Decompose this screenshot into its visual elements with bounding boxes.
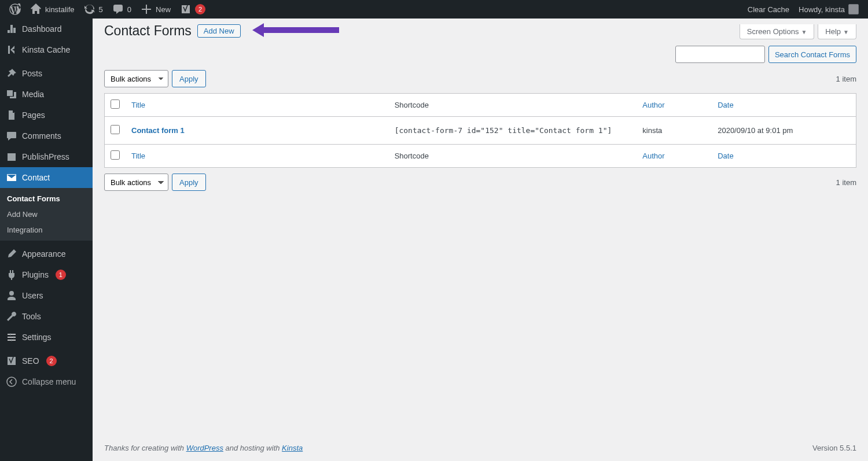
- brush-icon: [6, 248, 17, 260]
- clear-cache-link[interactable]: Clear Cache: [743, 0, 794, 19]
- sidebar-item-tools[interactable]: Tools: [0, 306, 93, 327]
- sidebar-item-plugins[interactable]: Plugins 1: [0, 264, 93, 285]
- site-name-label: kinstalife: [45, 5, 75, 14]
- updates-count: 5: [99, 5, 103, 14]
- col-date-bottom[interactable]: Date: [718, 152, 733, 160]
- avatar: [848, 4, 859, 14]
- col-shortcode: Shortcode: [389, 94, 637, 117]
- admin-sidebar: Dashboard Kinsta Cache Posts Media Pages…: [0, 19, 93, 461]
- svg-point-0: [10, 334, 12, 335]
- col-title[interactable]: Title: [131, 101, 145, 109]
- sidebar-item-contact[interactable]: Contact: [0, 167, 93, 188]
- howdy-link[interactable]: Howdy, kinsta: [794, 0, 863, 19]
- svg-point-1: [13, 337, 15, 338]
- mail-icon: [6, 172, 17, 183]
- svg-point-2: [11, 340, 13, 341]
- bulk-actions-select-top[interactable]: Bulk actions: [104, 70, 168, 87]
- wordpress-icon: [9, 3, 21, 15]
- sidebar-item-comments[interactable]: Comments: [0, 126, 93, 146]
- row-checkbox[interactable]: [111, 125, 120, 134]
- apply-button-top[interactable]: Apply: [172, 70, 206, 87]
- wordpress-link[interactable]: WordPress: [186, 444, 223, 452]
- item-count-bottom: 1 item: [836, 178, 856, 187]
- site-name-link[interactable]: kinstalife: [25, 0, 79, 19]
- sidebar-item-dashboard[interactable]: Dashboard: [0, 19, 93, 39]
- new-link[interactable]: New: [136, 0, 175, 19]
- col-title-bottom[interactable]: Title: [131, 152, 145, 160]
- form-date: 2020/09/10 at 9:01 pm: [712, 117, 856, 145]
- user-icon: [6, 290, 17, 301]
- howdy-label: Howdy, kinsta: [799, 5, 845, 14]
- kinsta-icon: [6, 44, 17, 56]
- seo-badge: 2: [46, 356, 57, 366]
- apply-button-bottom[interactable]: Apply: [172, 174, 206, 191]
- plugins-badge: 1: [56, 270, 66, 280]
- forms-table: Title Shortcode Author Date Contact form…: [104, 93, 856, 168]
- home-icon: [30, 3, 42, 15]
- form-title-link[interactable]: Contact form 1: [131, 126, 185, 135]
- plugin-icon: [6, 269, 17, 281]
- update-icon: [84, 3, 95, 15]
- yoast-icon: [6, 355, 17, 367]
- calendar-icon: [6, 151, 17, 163]
- form-author: kinsta: [637, 117, 712, 145]
- comment-icon: [112, 3, 124, 15]
- collapse-menu[interactable]: Collapse menu: [0, 371, 93, 392]
- col-date[interactable]: Date: [718, 101, 733, 109]
- search-button[interactable]: Search Contact Forms: [768, 46, 856, 63]
- bulk-actions-select-bottom[interactable]: Bulk actions: [104, 174, 168, 191]
- yoast-icon: [180, 3, 192, 15]
- page-icon: [6, 109, 17, 121]
- sidebar-subitem-integration[interactable]: Integration: [0, 222, 93, 238]
- comments-count: 0: [127, 5, 131, 14]
- sidebar-item-kinsta-cache[interactable]: Kinsta Cache: [0, 39, 93, 60]
- collapse-icon: [6, 376, 17, 388]
- main-content: Screen Options▼ Help▼ Contact Forms Add …: [93, 19, 868, 461]
- sidebar-submenu-contact: Contact Forms Add New Integration: [0, 188, 93, 241]
- sidebar-item-publishpress[interactable]: PublishPress: [0, 146, 93, 167]
- sliders-icon: [6, 331, 17, 343]
- col-author[interactable]: Author: [642, 101, 664, 109]
- item-count-top: 1 item: [836, 75, 856, 83]
- comments-link[interactable]: 0: [108, 0, 136, 19]
- search-input[interactable]: [675, 46, 765, 63]
- footer: Thanks for creating with WordPress and h…: [104, 435, 856, 461]
- sidebar-item-users[interactable]: Users: [0, 285, 93, 306]
- comments-icon: [6, 130, 17, 142]
- sidebar-item-appearance[interactable]: Appearance: [0, 244, 93, 264]
- updates-link[interactable]: 5: [79, 0, 108, 19]
- dashboard-icon: [6, 23, 17, 35]
- page-title: Contact Forms: [104, 23, 192, 39]
- media-icon: [6, 88, 17, 100]
- notif-badge: 2: [195, 4, 205, 14]
- add-new-button[interactable]: Add New: [197, 24, 241, 38]
- sidebar-item-media[interactable]: Media: [0, 84, 93, 105]
- sidebar-item-pages[interactable]: Pages: [0, 105, 93, 126]
- sidebar-item-posts[interactable]: Posts: [0, 63, 93, 84]
- table-row: Contact form 1 [contact-form-7 id="152" …: [105, 117, 856, 145]
- select-all-top[interactable]: [111, 99, 120, 109]
- yoast-notif[interactable]: 2: [175, 0, 210, 19]
- select-all-bottom[interactable]: [111, 150, 120, 160]
- admin-toolbar: kinstalife 5 0 New 2 Clear Cache Howdy, …: [0, 0, 868, 19]
- version-label: Version 5.5.1: [812, 444, 856, 452]
- wordpress-logo[interactable]: [5, 0, 25, 19]
- annotation-arrow: [252, 23, 339, 39]
- plus-icon: [141, 3, 152, 15]
- col-shortcode-bottom: Shortcode: [389, 145, 637, 168]
- sidebar-item-settings[interactable]: Settings: [0, 327, 93, 348]
- sidebar-subitem-add-new[interactable]: Add New: [0, 206, 93, 222]
- sidebar-subitem-contact-forms[interactable]: Contact Forms: [0, 191, 93, 206]
- sidebar-item-seo[interactable]: SEO 2: [0, 351, 93, 371]
- pin-icon: [6, 68, 17, 79]
- col-author-bottom[interactable]: Author: [642, 152, 664, 160]
- new-label: New: [156, 5, 171, 14]
- svg-point-3: [7, 377, 16, 386]
- wrench-icon: [6, 311, 17, 322]
- kinsta-link[interactable]: Kinsta: [282, 444, 303, 452]
- form-shortcode: [contact-form-7 id="152" title="Contact …: [389, 117, 637, 145]
